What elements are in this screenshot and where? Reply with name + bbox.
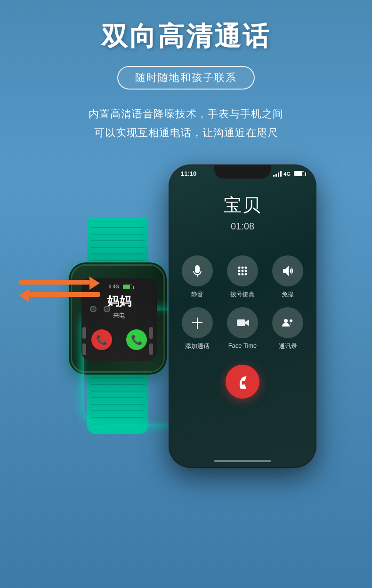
- facetime-button[interactable]: [227, 307, 258, 338]
- phone-battery-fill: [294, 172, 302, 176]
- svg-point-10: [284, 319, 288, 323]
- phone-notch: [214, 165, 271, 179]
- svg-point-8: [245, 273, 247, 276]
- watch-battery-icon: [123, 285, 132, 289]
- svg-point-11: [290, 319, 292, 322]
- phone-signal-icons: 4G: [273, 171, 304, 177]
- phone-call-duration: 01:08: [231, 221, 254, 232]
- watch-camera-area: [90, 306, 110, 312]
- signal-bar-2: [275, 174, 277, 177]
- watch-network: 4G: [113, 284, 119, 289]
- watch-strap-bottom: [87, 373, 148, 434]
- call-action-add: 添加通话: [179, 307, 216, 351]
- phone-home-bar: [214, 460, 271, 462]
- svg-point-5: [245, 270, 247, 272]
- svg-rect-9: [237, 319, 245, 326]
- watch-signal: ..ll: [106, 284, 111, 289]
- watch-caller-name: 妈妈: [107, 293, 131, 310]
- watch-side-button-right-mid[interactable]: [149, 343, 153, 355]
- contacts-button[interactable]: [272, 307, 303, 338]
- svg-point-3: [238, 270, 241, 272]
- watch-accept-button[interactable]: 📞: [126, 329, 147, 350]
- arrow-right-icon: [19, 278, 99, 286]
- watch-caller-status: 来电: [113, 311, 125, 320]
- end-call-area: [226, 351, 259, 408]
- keypad-label: 拨号键盘: [230, 290, 255, 299]
- main-title: 双向高清通话: [101, 19, 271, 55]
- watch-decline-button[interactable]: 📞: [91, 329, 112, 350]
- description-line2: 可以实现互相通电话，让沟通近在咫尺: [89, 123, 283, 142]
- devices-section: ..ll 4G 妈妈 来电 📞 📞: [9, 165, 363, 467]
- watch-side-button-right-top[interactable]: [149, 327, 153, 339]
- watch-strap-top: [87, 217, 148, 267]
- signal-bar-3: [278, 172, 279, 177]
- call-action-mute: 静音: [179, 255, 216, 299]
- phone-call-area: 宝贝 01:08 静音: [170, 179, 315, 460]
- svg-point-2: [245, 267, 247, 269]
- call-action-facetime: Face Time: [224, 307, 261, 351]
- mute-label: 静音: [191, 290, 203, 299]
- svg-point-1: [242, 267, 244, 269]
- svg-point-4: [242, 270, 244, 272]
- phone-battery-icon: [294, 171, 304, 176]
- phone-frame: 11:10 4G: [170, 165, 315, 467]
- watch-outer: ..ll 4G 妈妈 来电 📞 📞: [57, 217, 179, 434]
- phone-device: 11:10 4G: [170, 165, 315, 467]
- signal-bar-4: [280, 171, 282, 177]
- watch-call-buttons: 📞 📞: [91, 329, 147, 350]
- page-wrapper: 双向高清通话 随时随地和孩子联系 内置高清语音降噪技术，手表与手机之间 可以实现…: [0, 0, 372, 588]
- watch-device: ..ll 4G 妈妈 来电 📞 📞: [57, 217, 179, 434]
- description-line1: 内置高清语音降噪技术，手表与手机之间: [89, 105, 283, 123]
- call-action-contacts: 通讯录: [269, 307, 306, 351]
- call-action-keypad: 拨号键盘: [224, 255, 261, 299]
- watch-side-button-left-top[interactable]: [82, 327, 86, 339]
- contacts-label: 通讯录: [279, 342, 297, 351]
- subtitle-badge: 随时随地和孩子联系: [117, 66, 255, 90]
- call-actions-grid: 静音: [170, 255, 315, 351]
- add-call-button[interactable]: [182, 307, 213, 338]
- end-call-button[interactable]: [226, 365, 259, 399]
- arrows-container: [19, 278, 99, 294]
- svg-point-6: [238, 273, 241, 276]
- speaker-button[interactable]: [272, 255, 303, 286]
- phone-time: 11:10: [181, 170, 196, 177]
- svg-point-7: [242, 273, 244, 276]
- phone-network: 4G: [283, 171, 291, 177]
- watch-status-bar: ..ll 4G: [106, 284, 132, 289]
- call-action-speaker: 免提: [269, 255, 306, 299]
- keypad-button[interactable]: [227, 255, 258, 286]
- watch-camera-dot-left: [90, 306, 97, 312]
- add-call-label: 添加通话: [185, 342, 210, 351]
- signal-bars-icon: [273, 171, 282, 177]
- speaker-label: 免提: [282, 290, 294, 299]
- phone-screen: 11:10 4G: [170, 165, 315, 467]
- watch-battery-fill: [123, 285, 130, 289]
- mute-button[interactable]: [182, 255, 213, 286]
- signal-bar-1: [273, 175, 275, 177]
- svg-point-0: [238, 267, 241, 269]
- description: 内置高清语音降噪技术，手表与手机之间 可以实现互相通电话，让沟通近在咫尺: [89, 105, 283, 142]
- phone-caller-name: 宝贝: [224, 193, 261, 217]
- watch-side-button-left-mid[interactable]: [82, 343, 86, 355]
- facetime-label: Face Time: [228, 342, 257, 349]
- watch-camera-dot-right: [104, 306, 110, 312]
